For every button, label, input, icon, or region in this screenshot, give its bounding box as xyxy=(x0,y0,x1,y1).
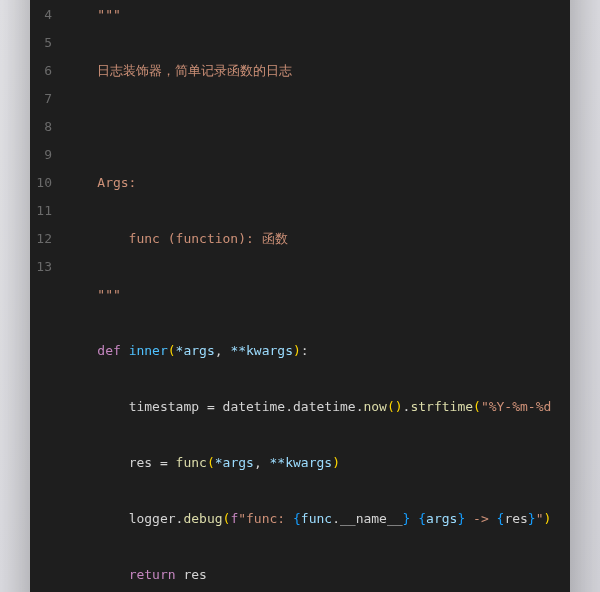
line-number: 11 xyxy=(30,197,52,225)
code-content: def log(func): """ 日志装饰器，简单记录函数的日志 Args:… xyxy=(66,0,556,592)
code-line: 日志装饰器，简单记录函数的日志 xyxy=(66,57,556,85)
code-line: """ xyxy=(66,1,556,29)
code-line: timestamp = datetime.datetime.now().strf… xyxy=(66,393,556,421)
line-number: 12 xyxy=(30,225,52,253)
line-number: 7 xyxy=(30,85,52,113)
code-line xyxy=(66,113,556,141)
line-number: 5 xyxy=(30,29,52,57)
code-line: res = func(*args, **kwargs) xyxy=(66,449,556,477)
code-line: """ xyxy=(66,281,556,309)
line-number: 13 xyxy=(30,253,52,281)
code-window: 1 2 3 4 5 6 7 8 9 10 11 12 13 def log(fu… xyxy=(30,0,570,592)
code-area: 1 2 3 4 5 6 7 8 9 10 11 12 13 def log(fu… xyxy=(30,0,570,592)
code-line: Args: xyxy=(66,169,556,197)
line-number: 4 xyxy=(30,1,52,29)
line-number: 9 xyxy=(30,141,52,169)
code-line: logger.debug(f"func: {func.__name__} {ar… xyxy=(66,505,556,533)
code-line: func (function): 函数 xyxy=(66,225,556,253)
line-number: 10 xyxy=(30,169,52,197)
line-number: 8 xyxy=(30,113,52,141)
line-gutter: 1 2 3 4 5 6 7 8 9 10 11 12 13 xyxy=(30,0,66,592)
code-line: def inner(*args, **kwargs): xyxy=(66,337,556,365)
line-number: 6 xyxy=(30,57,52,85)
code-line: return res xyxy=(66,561,556,589)
